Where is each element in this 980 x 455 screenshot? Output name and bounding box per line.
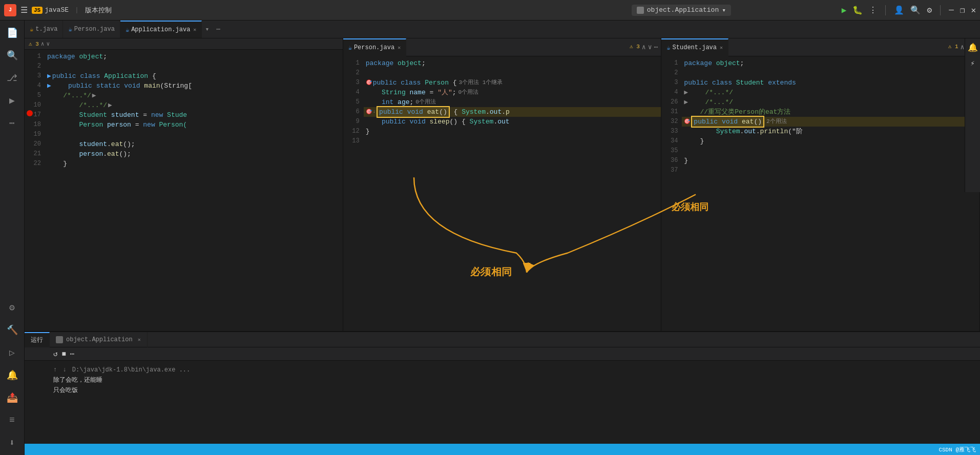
debug-icon-line6: 🎯	[366, 107, 372, 117]
code-line	[364, 68, 661, 78]
activity-bottom[interactable]: ⬇	[4, 435, 20, 451]
run-config-close[interactable]: ✕	[138, 337, 141, 343]
tab-more-btn[interactable]: ⋯	[212, 25, 224, 33]
code-line: String name = "人"; 0个用法	[364, 88, 661, 97]
activity-notifications[interactable]: 🔔	[4, 367, 20, 383]
user-button[interactable]: 👤	[894, 5, 904, 15]
activity-run2[interactable]: ▷	[4, 344, 20, 361]
expand-g2b[interactable]: ∨	[648, 43, 652, 51]
code-line: }	[364, 127, 661, 136]
settings-button[interactable]: ⚙	[927, 5, 932, 15]
collapse-icon-s2[interactable]: ▶	[684, 97, 688, 107]
hamburger-menu[interactable]: ☰	[20, 5, 28, 15]
group2-actions: ⚠ 3 ∧ ∨ ⋯	[627, 43, 661, 51]
top-tabs-bar: ☕ t.java ☕ Person.java ☕ Application.jav…	[25, 20, 980, 38]
group1-breadcrumb: ⚠ 3 ∧ ∨	[25, 38, 343, 50]
more-actions-button[interactable]: ⋮	[869, 5, 877, 15]
right-sidebar: 🔔 ⚡	[965, 38, 980, 192]
code-line	[682, 166, 979, 175]
debug-target-icon: 🎯	[366, 78, 372, 88]
group3-tabs: ☕ Student.java ✕ ⚠ 1 ∧ ∨ ⋯	[661, 38, 979, 56]
tab-overflow-btn[interactable]: ▾	[202, 25, 212, 33]
editor-groups: ⚠ 3 ∧ ∨ 12345 10171819202122 package obj…	[25, 38, 980, 331]
expand-icon1[interactable]: ∧	[41, 40, 45, 47]
debug-button[interactable]: 🐛	[852, 5, 863, 15]
activity-settings[interactable]: ⚙	[4, 299, 20, 316]
tab-student-icon: ☕	[666, 44, 670, 52]
run-button[interactable]: ▶	[842, 5, 847, 15]
tab-person-java[interactable]: ☕ Person.java	[63, 20, 120, 38]
step-icon: ↓	[373, 107, 376, 117]
activity-filter[interactable]: ≡	[4, 412, 20, 428]
right-connect-icon[interactable]: ⚡	[970, 59, 974, 68]
project-name: javaSE	[45, 6, 69, 14]
code-line: Student student = new Stude	[45, 110, 343, 120]
activity-build[interactable]: 🔨	[4, 322, 20, 338]
activity-search[interactable]: 🔍	[4, 47, 20, 64]
line-numbers-2: 12345 691213	[343, 56, 364, 331]
right-notification-icon[interactable]: 🔔	[968, 43, 978, 53]
run-tab[interactable]: 运行	[25, 332, 50, 347]
tab-t-java[interactable]: ☕ t.java	[25, 20, 63, 38]
breakpoint-dot	[27, 110, 33, 116]
project-selector[interactable]: JS javaSE	[32, 6, 69, 14]
code-line: }	[682, 136, 979, 146]
expand-icon1b[interactable]: ∨	[46, 40, 50, 47]
expand-g2[interactable]: ∧	[642, 43, 646, 51]
editor-group-2: ☕ Person.java ✕ ⚠ 3 ∧ ∨ ⋯ 12345 691213	[343, 38, 662, 331]
minimize-button[interactable]: —	[949, 6, 954, 15]
more-g2[interactable]: ⋯	[654, 43, 658, 51]
activity-git[interactable]: ⎇	[4, 70, 20, 86]
tab-close-btn[interactable]: ✕	[193, 27, 196, 33]
bottom-tabs-bar: 运行 object.Application ✕	[25, 332, 980, 347]
activity-more[interactable]: ⋯	[4, 115, 20, 131]
line-numbers-1: 12345 10171819202122	[25, 50, 45, 331]
tab-person-close[interactable]: ✕	[398, 45, 401, 51]
code-line: ▶ /*...*/	[682, 88, 979, 97]
tab-icon2: ☕	[68, 26, 72, 33]
activity-files[interactable]: 📄	[4, 25, 20, 41]
tab-label3: Application.java	[131, 26, 190, 33]
collapse-icon[interactable]: ▶	[92, 91, 96, 100]
tab-label2: Person.java	[74, 26, 115, 33]
close-window-button[interactable]: ✕	[971, 5, 976, 15]
expand-g3[interactable]: ∧	[961, 43, 965, 51]
code-line: public void sleep() { System.out	[364, 117, 661, 127]
app-logo: J	[4, 4, 16, 16]
code-line	[45, 130, 343, 139]
tab-student-close[interactable]: ✕	[720, 45, 723, 51]
code-line	[682, 146, 979, 156]
run-config-tab[interactable]: object.Application ✕	[50, 332, 148, 347]
run-config-name: object.Application	[647, 6, 719, 14]
stop-btn[interactable]: ■	[61, 350, 66, 358]
separator	[885, 5, 886, 15]
annotation-line4: 0个用法	[458, 88, 479, 97]
separator2	[940, 5, 941, 15]
code-line: ▶ /*...*/	[682, 97, 979, 107]
activity-run[interactable]: ▶	[4, 92, 20, 109]
code-line: }	[682, 156, 979, 166]
warn-icon-g3: ⚠ 1	[948, 43, 958, 51]
code-line	[364, 136, 661, 146]
upload-icon[interactable]: ↑	[53, 366, 57, 374]
more-options-btn[interactable]: ⋯	[70, 349, 74, 358]
version-control[interactable]: 版本控制	[85, 6, 112, 15]
maximize-button[interactable]: ❐	[960, 5, 965, 15]
search-button[interactable]: 🔍	[910, 5, 921, 15]
topbar: J ☰ JS javaSE | 版本控制 object.Application …	[0, 0, 980, 20]
collapse-icon2[interactable]: ▶	[108, 100, 112, 110]
activity-bar: 📄 🔍 ⎇ ▶ ⋯ ⚙ 🔨 ▷ 🔔 📤 ≡ ⬇	[0, 20, 25, 455]
run-config-title[interactable]: object.Application ▾	[632, 5, 731, 16]
line-numbers-3: 1234 2631323334353637	[661, 56, 682, 331]
tab-person[interactable]: ☕ Person.java ✕	[343, 38, 406, 56]
collapse-icon-s[interactable]: ▶	[684, 88, 688, 97]
download-icon[interactable]: ↓	[62, 366, 66, 374]
code-line	[682, 68, 979, 78]
tab-student[interactable]: ☕ Student.java ✕	[661, 38, 728, 56]
tab-application-java[interactable]: ☕ Application.java ✕	[120, 20, 202, 38]
code-line: package object;	[682, 58, 979, 68]
tab-student-label: Student.java	[673, 44, 717, 51]
activity-push[interactable]: 📤	[4, 389, 20, 406]
restart-btn[interactable]: ↺	[53, 349, 57, 358]
code-line: /*...*/ ▶	[45, 91, 343, 100]
